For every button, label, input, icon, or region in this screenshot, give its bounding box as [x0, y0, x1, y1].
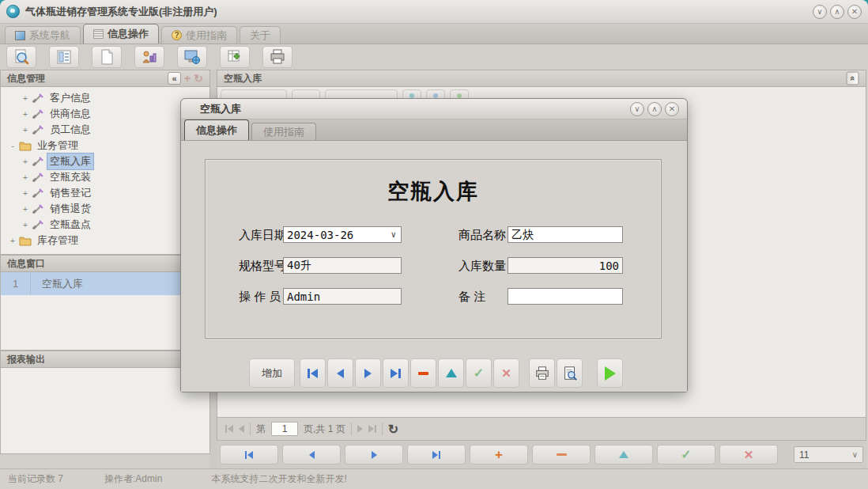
- tab-label: 使用指南: [263, 125, 304, 139]
- user-chart-icon: [141, 48, 158, 66]
- refresh-tree-icon[interactable]: ↻: [194, 72, 203, 85]
- record-last-button[interactable]: [407, 445, 466, 464]
- cancel-button[interactable]: ✕: [493, 358, 519, 388]
- tree-item-bottle-stocktake[interactable]: + 空瓶盘点: [1, 217, 209, 233]
- table-add-button[interactable]: [220, 46, 250, 68]
- expander-icon[interactable]: -: [9, 141, 17, 150]
- dialog-close-button[interactable]: ✕: [665, 102, 679, 116]
- page-prev-button[interactable]: [239, 425, 244, 433]
- inbound-date-value: 2024-03-26: [287, 229, 353, 241]
- collapse-panel-button[interactable]: «: [168, 72, 181, 85]
- report-output-header: 报表输出: [0, 351, 210, 368]
- expander-icon[interactable]: +: [9, 236, 17, 245]
- add-node-icon[interactable]: +: [184, 72, 191, 85]
- remark-input[interactable]: [508, 288, 623, 305]
- nav-first-button[interactable]: [300, 358, 326, 388]
- tab-info-operation[interactable]: 信息操作: [83, 24, 159, 44]
- left-panel: 信息管理 « + ↻ + 客户信息 + 供商信息: [0, 70, 210, 468]
- form-button[interactable]: [49, 46, 79, 68]
- folder-icon: [19, 140, 32, 151]
- minimize-button[interactable]: ∨: [813, 5, 827, 19]
- chevron-down-icon: ∨: [391, 229, 398, 240]
- record-delete-button[interactable]: [532, 445, 591, 464]
- product-name-input[interactable]: [508, 226, 623, 243]
- tree-item-label: 空瓶入库: [47, 154, 93, 169]
- refresh-icon[interactable]: ↻: [388, 422, 398, 437]
- collapse-up-button[interactable]: «: [847, 72, 859, 85]
- spec-model-input[interactable]: [283, 257, 402, 274]
- tree-item-customer-info[interactable]: + 客户信息: [1, 90, 209, 106]
- info-window-title: 信息窗口: [7, 257, 45, 271]
- record-prev-button[interactable]: [282, 445, 341, 464]
- main-tabstrip: 系统导航 信息操作 ? 使用指南 关于: [0, 24, 868, 44]
- nav-prev-button[interactable]: [327, 358, 353, 388]
- expander-icon[interactable]: +: [21, 125, 29, 135]
- close-button[interactable]: ✕: [847, 5, 862, 19]
- window-title: 气体瓶进销存管理系统专业版(非注册用户): [25, 5, 217, 19]
- dialog-minimize-button[interactable]: ∨: [630, 102, 644, 116]
- tab-about[interactable]: 关于: [240, 26, 281, 44]
- save-button[interactable]: ✓: [466, 358, 492, 388]
- search-button[interactable]: [6, 46, 36, 68]
- dialog-tab-info-operation[interactable]: 信息操作: [184, 119, 249, 140]
- run-button[interactable]: [597, 358, 623, 388]
- printer-icon: [534, 366, 550, 381]
- operator-input[interactable]: [283, 288, 402, 305]
- expander-icon[interactable]: +: [21, 172, 29, 182]
- page-size-select[interactable]: 11 ∨: [794, 446, 863, 463]
- dialog-tab-user-guide[interactable]: 使用指南: [251, 123, 316, 140]
- delete-button[interactable]: [410, 358, 436, 388]
- tree-item-supplier-info[interactable]: + 供商信息: [1, 106, 209, 122]
- tree-item-bottle-filling[interactable]: + 空瓶充装: [1, 169, 209, 185]
- inbound-qty-input[interactable]: [508, 257, 623, 274]
- play-icon: [605, 366, 616, 381]
- record-edit-button[interactable]: [594, 445, 653, 464]
- page-first-button[interactable]: [225, 425, 233, 433]
- expander-icon[interactable]: +: [21, 109, 29, 119]
- dialog-restore-button[interactable]: ∧: [647, 102, 662, 116]
- edit-button[interactable]: [438, 358, 464, 388]
- printer-button[interactable]: [262, 46, 292, 68]
- monitor-button[interactable]: [177, 46, 207, 68]
- tree-item-sales-register[interactable]: + 销售登记: [1, 185, 209, 201]
- record-cancel-button[interactable]: ✕: [719, 445, 778, 464]
- tree-item-business-mgmt[interactable]: - 业务管理: [1, 138, 209, 154]
- nav-last-button[interactable]: [383, 358, 409, 388]
- expander-icon[interactable]: +: [21, 157, 29, 166]
- nav-square-icon: [15, 31, 25, 40]
- restore-button[interactable]: ∧: [830, 5, 844, 19]
- record-add-button[interactable]: +: [470, 445, 528, 464]
- tree-item-inventory-mgmt[interactable]: + 库存管理: [1, 233, 209, 248]
- report-output-area: [0, 368, 210, 454]
- record-first-button[interactable]: [220, 445, 278, 464]
- tree-item-sales-return[interactable]: + 销售退货: [1, 201, 209, 217]
- expander-icon[interactable]: +: [21, 220, 29, 229]
- page-last-button[interactable]: [368, 425, 376, 433]
- page-number-input[interactable]: [271, 422, 298, 436]
- tab-label: 关于: [250, 28, 270, 43]
- right-panel-title: 空瓶入库: [224, 72, 262, 85]
- tab-system-nav[interactable]: 系统导航: [5, 26, 81, 44]
- tab-user-guide[interactable]: ? 使用指南: [161, 26, 237, 44]
- print-button[interactable]: [529, 358, 555, 388]
- tree-item-empty-bottle-inbound[interactable]: + 空瓶入库: [1, 154, 209, 169]
- record-next-button[interactable]: [345, 445, 403, 464]
- grid-icon: [93, 29, 104, 39]
- expander-icon[interactable]: +: [21, 93, 29, 103]
- preview-button[interactable]: [557, 358, 583, 388]
- dialog-title-bar[interactable]: 空瓶入库 ∨ ∧ ✕: [181, 99, 687, 119]
- tree-item-employee-info[interactable]: + 员工信息: [1, 122, 209, 138]
- record-save-button[interactable]: ✓: [657, 445, 715, 464]
- tree-item-label: 空瓶充装: [47, 169, 93, 185]
- add-button[interactable]: 增加: [249, 358, 295, 388]
- nav-next-button[interactable]: [355, 358, 381, 388]
- page-next-button[interactable]: [357, 425, 363, 433]
- expander-icon[interactable]: +: [21, 204, 29, 214]
- expander-icon[interactable]: +: [21, 188, 29, 198]
- user-chart-button[interactable]: [134, 46, 164, 68]
- row-label: 空瓶入库: [31, 277, 83, 291]
- status-bar: 当前记录数 7 操作者:Admin 本系统支持二次开发和全新开发!: [0, 468, 868, 489]
- document-button[interactable]: [92, 46, 122, 68]
- info-window-row[interactable]: 1 空瓶入库: [1, 272, 209, 295]
- inbound-date-select[interactable]: 2024-03-26 ∨: [283, 226, 402, 243]
